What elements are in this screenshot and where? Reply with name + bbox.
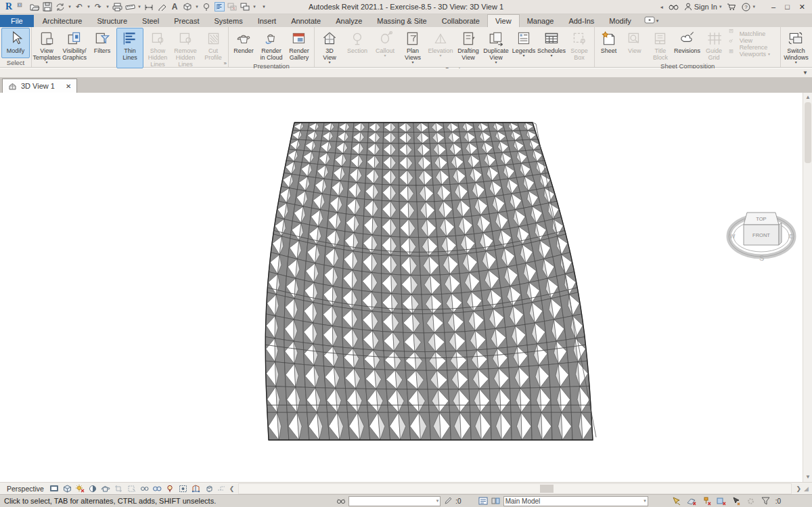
modify-foreground-icon[interactable] (644, 16, 655, 25)
ribbon-tab-modify[interactable]: Modify (602, 15, 638, 27)
visibility-graphics-button[interactable]: Visibility/ Graphics (61, 28, 88, 68)
sun-path-icon[interactable] (75, 484, 85, 493)
ribbon-tab-architecture[interactable]: Architecture (35, 15, 90, 27)
undo-icon[interactable]: ↶ (73, 1, 85, 13)
ribbon-tab-massing-site[interactable]: Massing & Site (369, 15, 434, 27)
tag-icon[interactable] (156, 1, 168, 13)
horizontal-scrollbar[interactable] (238, 483, 792, 494)
hscroll-right-arrow[interactable]: ❯ (793, 485, 804, 492)
save-icon[interactable] (41, 1, 53, 13)
collapse-ribbon-button[interactable]: ▼ (803, 70, 808, 76)
view-scale-button[interactable]: Perspective (0, 485, 49, 493)
dropdown-arrow-icon[interactable]: ▾ (45, 61, 47, 64)
default-3d-view-icon[interactable] (181, 1, 194, 13)
hscroll-left-arrow[interactable]: ❮ (227, 485, 238, 492)
temporary-view-properties-icon[interactable] (178, 484, 188, 493)
sync-dropdown-arrow[interactable]: ▾ (67, 4, 72, 9)
ribbon-display-toggle[interactable]: ▾ (656, 18, 659, 24)
elevation-button[interactable]: Elevation▾ (427, 28, 454, 65)
sheet-button[interactable]: Sheet (596, 28, 621, 62)
crop-view-icon[interactable] (114, 484, 124, 493)
select-underlay-toggle[interactable] (686, 496, 697, 506)
guide-grid-button[interactable]: Guide Grid (701, 28, 726, 62)
show-crop-region-icon[interactable] (127, 484, 137, 493)
ribbon-tab-annotate[interactable]: Annotate (284, 15, 328, 27)
switch-windows-icon[interactable] (239, 1, 251, 13)
detail-level-icon[interactable] (49, 484, 60, 493)
close-tab-icon[interactable]: ✕ (66, 83, 71, 90)
section-button[interactable]: Section (344, 28, 371, 65)
select-by-face-toggle[interactable] (716, 496, 727, 506)
open-icon[interactable] (28, 1, 41, 13)
print-icon[interactable] (111, 1, 123, 13)
measure-dropdown-arrow[interactable]: ▾ (137, 4, 142, 9)
remove-hidden-lines-button[interactable]: Remove Hidden Lines (172, 28, 199, 68)
viewports-button[interactable]: Viewports▾ (727, 49, 780, 58)
schedules-button[interactable]: Schedules▾ (538, 28, 565, 65)
ribbon-tab-add-ins[interactable]: Add-Ins (561, 15, 602, 27)
dropdown-arrow-icon[interactable]: ▾ (411, 61, 413, 64)
help-button[interactable]: ?▾ (742, 3, 755, 12)
temporary-hide-isolate-icon[interactable] (152, 484, 162, 493)
select-links-toggle[interactable] (671, 496, 682, 506)
aligned-dimension-icon[interactable] (143, 1, 155, 13)
thin-lines-button[interactable]: Thin Lines (116, 28, 143, 68)
reveal-hidden-elements-icon[interactable] (165, 484, 175, 493)
reveal-constraints-icon[interactable] (217, 484, 227, 493)
render-in-cloud-button[interactable]: Render in Cloud (258, 28, 285, 62)
render-gallery-button[interactable]: Render Gallery (286, 28, 313, 62)
facade-model[interactable] (0, 93, 803, 482)
ribbon-tab-insert[interactable]: Insert (250, 15, 284, 27)
filters-button[interactable]: Filters (89, 28, 116, 68)
worksets-dropdown[interactable]: ▾ (348, 496, 441, 506)
render-button[interactable]: Render (230, 28, 257, 62)
visual-style-icon[interactable] (62, 484, 72, 493)
legends-button[interactable]: Legends▾ (510, 28, 537, 65)
active-option-icon[interactable] (491, 496, 501, 506)
thin-lines-icon[interactable] (213, 1, 225, 13)
view-reference-button[interactable]: View Reference (727, 39, 780, 48)
search-icon[interactable] (669, 3, 679, 11)
scroll-down-arrow[interactable]: ▼ (803, 472, 812, 482)
dropdown-arrow-icon[interactable]: ▾ (495, 61, 497, 64)
dropdown-arrow-icon[interactable]: ▾ (795, 61, 797, 64)
ribbon-tab-manage[interactable]: Manage (520, 15, 562, 27)
dropdown-arrow-icon[interactable]: ▾ (522, 54, 524, 58)
dropdown-arrow-icon[interactable]: ▾ (550, 54, 552, 58)
drawing-area[interactable]: W E S TOP FRONT (0, 93, 803, 482)
select-pinned-toggle[interactable] (701, 496, 712, 506)
design-option-dropdown[interactable]: Main Model▾ (503, 496, 648, 506)
document-tab-3d-view-1[interactable]: 3D View 1 ✕ (2, 79, 77, 93)
scroll-up-arrow[interactable]: ▲ (803, 93, 812, 102)
displacement-sets-icon[interactable] (204, 484, 214, 493)
dropdown-arrow-icon[interactable]: ▾ (328, 61, 330, 64)
default-3d-view-dropdown-arrow[interactable]: ▾ (194, 4, 200, 9)
drag-on-selection-toggle[interactable] (731, 496, 742, 506)
customize-qat-icon[interactable]: ▾ (258, 1, 270, 13)
locked-3d-view-icon[interactable] (139, 484, 150, 493)
maximize-button[interactable]: □ (785, 3, 790, 12)
measure-icon[interactable] (124, 1, 136, 13)
ribbon-tab-file[interactable]: File (0, 15, 34, 27)
ribbon-tab-precast[interactable]: Precast (166, 15, 206, 27)
switch-windows-button[interactable]: Switch Windows▾ (782, 28, 809, 65)
section-icon[interactable] (200, 1, 212, 13)
vertical-scroll-thumb[interactable] (805, 102, 811, 163)
design-options-icon[interactable] (478, 496, 489, 506)
editable-only-icon[interactable] (443, 496, 453, 506)
interface-icon[interactable] (16, 1, 28, 13)
ribbon-tab-view[interactable]: View (487, 14, 520, 27)
scope-box-button[interactable]: Scope Box (566, 28, 593, 65)
analytical-model-icon[interactable] (191, 484, 201, 493)
3d-view-button[interactable]: 3D View▾ (316, 28, 343, 65)
callout-button[interactable]: Callout▾ (371, 28, 399, 65)
dialog-launcher-icon[interactable]: » (224, 60, 227, 66)
vertical-scrollbar[interactable]: ▲ ▼ (803, 93, 812, 482)
ribbon-tab-structure[interactable]: Structure (89, 15, 135, 27)
title-block-button[interactable]: Title Block (648, 28, 673, 62)
show-hidden-lines-button[interactable]: Show Hidden Lines (144, 28, 171, 68)
cut-profile-button[interactable]: Cut Profile (200, 28, 227, 68)
duplicate-view-button[interactable]: Duplicate View▾ (482, 28, 510, 65)
sync-icon[interactable] (54, 1, 66, 13)
ribbon-tab-steel[interactable]: Steel (135, 15, 166, 27)
